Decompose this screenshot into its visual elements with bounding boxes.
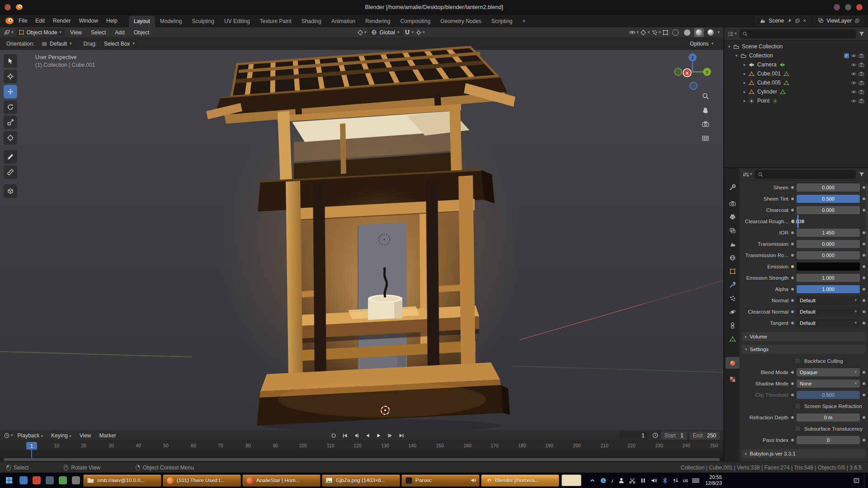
ior-field[interactable]: 1.450 <box>797 229 860 237</box>
tab-view-layer[interactable] <box>726 225 740 236</box>
outliner-item-cylinder[interactable]: ▸ Cylinder <box>724 87 868 96</box>
timeline-scrollbar[interactable] <box>0 458 723 461</box>
shading-options-dropdown[interactable]: ▾ <box>717 30 720 34</box>
tab-shading[interactable]: Shading <box>297 16 326 27</box>
tab-sculpting[interactable]: Sculpting <box>187 16 219 27</box>
use-preview-range-icon[interactable] <box>652 432 659 439</box>
extras-dot[interactable] <box>863 209 865 211</box>
pause-icon[interactable] <box>640 477 646 484</box>
menu-window[interactable]: Window <box>75 16 102 26</box>
taskbar-app-files[interactable]: smb://awv@10.0.0... <box>83 474 161 487</box>
volume-icon[interactable] <box>651 477 657 484</box>
decorator-dot[interactable] <box>791 265 794 268</box>
extras-dot[interactable] <box>863 265 865 268</box>
shading-rendered-button[interactable] <box>706 28 716 37</box>
properties-editor-type-button[interactable]: ▾ <box>743 171 752 178</box>
tab-tool[interactable] <box>726 181 740 193</box>
toggle-xray-button[interactable] <box>662 29 669 36</box>
extras-dot[interactable] <box>802 220 804 223</box>
extras-dot[interactable] <box>863 254 865 257</box>
play-button[interactable] <box>374 432 384 440</box>
tab-particles[interactable] <box>726 292 740 304</box>
decorator-dot[interactable] <box>791 231 794 234</box>
tab-texture-paint[interactable]: Texture Paint <box>255 16 297 27</box>
pass-index-field[interactable]: 0 <box>797 436 860 444</box>
proportional-editing-button[interactable]: ▾ <box>415 29 425 36</box>
add-workspace-button[interactable]: + <box>518 16 531 27</box>
collection-checkbox[interactable]: ✓ <box>844 53 849 58</box>
navigation-gizmo[interactable]: Z Y X <box>672 52 713 92</box>
timeline-track-area[interactable] <box>0 451 723 458</box>
filter-icon[interactable] <box>859 171 865 178</box>
filter-icon[interactable] <box>859 31 865 37</box>
network-icon[interactable] <box>672 477 679 484</box>
user-icon[interactable] <box>618 477 625 484</box>
emission-strength-field[interactable]: 1.000 <box>797 274 860 282</box>
outliner-item-cube-005[interactable]: ▸ Cube.005 <box>724 78 868 87</box>
snip-icon[interactable] <box>629 477 636 484</box>
tab-physics[interactable] <box>726 306 740 318</box>
hide-eye-icon[interactable] <box>851 98 857 104</box>
clearcoat-roughness-slider[interactable]: 0.030 <box>797 215 799 228</box>
pan-hand-icon[interactable] <box>702 106 709 114</box>
transform-orientation-selector[interactable]: Global▾ <box>368 28 402 37</box>
taskbar-app-image-viewer[interactable]: GjbZa.png (1403×8... <box>322 474 400 487</box>
hide-eye-icon[interactable] <box>851 53 857 59</box>
tab-rendering[interactable]: Rendering <box>360 16 395 27</box>
transmission-field[interactable]: 0.000 <box>797 240 860 248</box>
render-visibility-icon[interactable] <box>859 53 864 59</box>
render-visibility-icon[interactable] <box>859 62 864 68</box>
tab-modifiers[interactable] <box>726 279 740 291</box>
jump-to-start-button[interactable] <box>340 432 350 440</box>
sheen-tint-slider[interactable]: 0.500 <box>797 195 860 203</box>
scene-selector[interactable]: Scene × <box>755 16 810 25</box>
maximize-button[interactable] <box>845 4 851 10</box>
babylon-section-header[interactable]: ▸Babylon.js ver 3.3.1 <box>742 449 866 458</box>
extras-dot[interactable] <box>863 186 865 189</box>
render-visibility-icon[interactable] <box>859 71 864 77</box>
menu-render[interactable]: Render <box>49 16 75 26</box>
menu-help[interactable]: Help <box>102 16 122 26</box>
tab-geometry-nodes[interactable]: Geometry Nodes <box>435 16 486 27</box>
decorator-dot[interactable] <box>791 254 794 257</box>
close-button[interactable] <box>856 4 863 10</box>
taskbar-clock[interactable]: 20:55 12/8/23 <box>705 474 722 486</box>
menu-select[interactable]: Select <box>87 28 109 37</box>
extras-dot[interactable] <box>863 277 865 279</box>
outliner-item-camera[interactable]: ▸ Camera <box>724 60 868 69</box>
render-visibility-icon[interactable] <box>859 98 864 104</box>
menu-keying[interactable]: Keying ▾ <box>47 432 75 440</box>
hide-eye-icon[interactable] <box>851 62 857 68</box>
camera-view-icon[interactable] <box>702 120 709 128</box>
tab-world[interactable] <box>726 252 740 263</box>
transmission-roughness-field[interactable]: 0.000 <box>797 251 860 259</box>
hide-eye-icon[interactable] <box>851 89 857 95</box>
shading-solid-button[interactable] <box>682 28 692 37</box>
keyboard-language[interactable]: us <box>683 478 689 483</box>
screen-space-refraction-checkbox[interactable] <box>795 403 801 409</box>
decorator-dot[interactable] <box>791 197 794 200</box>
decorator-dot[interactable] <box>791 310 794 313</box>
taskbar-app-browser-2[interactable]: AnalieStar | Hom... <box>242 474 321 487</box>
decorator-dot[interactable] <box>791 416 794 419</box>
hide-eye-icon[interactable] <box>851 71 857 77</box>
tab-texture[interactable] <box>726 373 740 385</box>
transform-pivot-button[interactable]: ▾ <box>357 29 367 36</box>
outliner-search-input[interactable] <box>740 29 856 38</box>
pinned-app-4[interactable] <box>57 474 69 486</box>
measure-tool[interactable] <box>4 165 17 179</box>
new-scene-icon[interactable] <box>795 18 800 23</box>
decorator-dot[interactable] <box>791 439 794 441</box>
ortho-grid-icon[interactable] <box>702 134 709 142</box>
extras-dot[interactable] <box>863 416 865 419</box>
view-layer-selector[interactable]: ViewLayer <box>814 16 863 25</box>
render-visibility-icon[interactable] <box>859 80 864 86</box>
decorator-dot[interactable] <box>791 299 794 302</box>
rotate-tool[interactable] <box>4 100 17 114</box>
tab-uv-editing[interactable]: UV Editing <box>219 16 255 27</box>
render-visibility-icon[interactable] <box>859 89 864 95</box>
alpha-slider[interactable]: 1.000 <box>797 285 860 293</box>
menu-edit[interactable]: Edit <box>31 16 49 26</box>
show-overlays-button[interactable]: ▾ <box>651 29 661 36</box>
minimize-button[interactable] <box>834 4 840 10</box>
